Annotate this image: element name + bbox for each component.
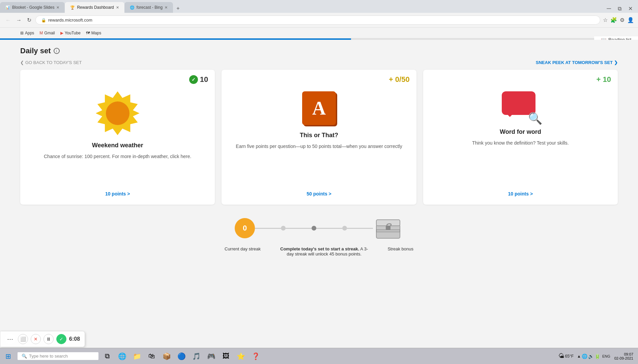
back-link[interactable]: ❮ GO BACK TO TODAY'S SET — [20, 60, 82, 65]
apps-label: Apps — [25, 31, 34, 35]
taskbar-app-store[interactable]: 🛍 — [144, 349, 159, 364]
bookmark-apps[interactable]: ⊞ Apps — [20, 31, 34, 35]
media-more-button[interactable]: ⋯ — [5, 334, 15, 344]
tab-rewards[interactable]: 🏆 Rewards Dashboard ✕ — [65, 2, 124, 13]
taskbar-date: 02-09-2021 — [614, 356, 633, 360]
extensions-icon[interactable]: 🧩 — [610, 17, 617, 23]
streak-current-circle: 0 — [235, 218, 255, 238]
card-this-desc: Earn five points per question—up to 50 p… — [236, 143, 402, 150]
forward-link-text: SNEAK PEEK AT TOMORROW'S SET — [536, 60, 613, 65]
media-close-button[interactable]: ✕ — [31, 334, 41, 344]
streak-label-current: Current day streak — [225, 246, 261, 256]
taskbar-app-help[interactable]: ❓ — [248, 349, 263, 364]
taskbar-app-amazon[interactable]: 📦 — [159, 349, 174, 364]
taskbar-app-3[interactable]: 🖼 — [219, 349, 233, 364]
back-button[interactable]: ← — [4, 16, 12, 25]
profile-icon[interactable]: 👤 — [627, 17, 634, 23]
card-word-desc: Think you know the definition? Test your… — [472, 140, 569, 147]
bookmarks-bar: ⊞ Apps M Gmail ▶ YouTube 🗺 Maps — [0, 28, 638, 38]
streak-dot-2 — [312, 226, 316, 231]
bookmark-gmail[interactable]: M Gmail — [39, 31, 55, 35]
taskbar-app-explorer[interactable]: 📁 — [129, 349, 144, 364]
page-content: Daily set i ❮ GO BACK TO TODAY'S SET SNE… — [0, 40, 638, 364]
bookmark-youtube[interactable]: ▶ YouTube — [60, 31, 81, 35]
taskbar-app-taskview[interactable]: ⧉ — [100, 349, 115, 364]
apps-icon: ⊞ — [20, 31, 24, 35]
taskbar-weather-icon: 🌤 — [558, 353, 564, 360]
cards-row: ✓ 10 Weekend weather Chance of sunrise: … — [20, 70, 618, 205]
card-word-score: + 10 — [597, 75, 611, 84]
card-this-or-that: + 0/50 A This or That? Earn five points … — [222, 70, 416, 205]
media-check-button[interactable]: ✓ — [56, 334, 66, 344]
card-word: + 10 🔍 Word for word Think you know the … — [423, 70, 618, 205]
taskbar-app-2[interactable]: 🎮 — [204, 349, 219, 364]
tab-close-rewards[interactable]: ✕ — [116, 5, 119, 10]
taskbar-network-icon: 🌐 — [582, 354, 587, 359]
taskbar-app-chrome[interactable]: 🔵 — [174, 349, 189, 364]
card-word-score-value: + 10 — [597, 75, 611, 84]
forward-link[interactable]: SNEAK PEEK AT TOMORROW'S SET ❯ — [536, 60, 618, 65]
card-this-link[interactable]: 50 points > — [307, 184, 331, 196]
taskbar-clock[interactable]: 09:07 02-09-2021 — [612, 352, 635, 360]
gmail-label: Gmail — [44, 31, 55, 35]
new-tab-button[interactable]: + — [173, 4, 183, 13]
tab-title-blooket: Blooket - Google Slides — [12, 5, 54, 10]
tab-favicon-blooket: 📊 — [5, 5, 10, 10]
card-this-image: A — [302, 91, 336, 125]
taskbar-app-edge[interactable]: 🌐 — [115, 349, 129, 364]
taskbar-app-4[interactable]: ⭐ — [233, 349, 248, 364]
taskbar: ⊞ 🔍 Type here to search ⧉ 🌐 📁 🛍 📦 🔵 🎵 🎮 … — [0, 348, 638, 364]
media-screen-button[interactable]: ⬜ — [18, 334, 28, 344]
card-weather-desc: Chance of sunrise: 100 percent. For more… — [44, 153, 191, 160]
tab-favicon-forecast: 🌐 — [130, 5, 135, 10]
tab-close-forecast[interactable]: ✕ — [165, 5, 168, 10]
browser-chrome: 📊 Blooket - Google Slides ✕ 🏆 Rewards Da… — [0, 0, 638, 40]
address-bar[interactable]: 🔒 rewards.microsoft.com — [35, 16, 600, 25]
streak-current-value: 0 — [243, 224, 247, 233]
tab-close-blooket[interactable]: ✕ — [56, 5, 59, 10]
streak-line-3 — [316, 228, 342, 229]
star-icon[interactable]: ☆ — [603, 17, 608, 23]
streak-line-4 — [347, 228, 373, 229]
close-window-button[interactable]: ✕ — [626, 5, 635, 12]
taskbar-search-box[interactable]: 🔍 Type here to search — [18, 352, 98, 360]
taskbar-volume-icon[interactable]: 🔊 — [588, 354, 594, 359]
card-word-link[interactable]: 10 points > — [508, 184, 533, 196]
forward-chevron-icon: ❯ — [614, 60, 618, 65]
card-weather-title: Weekend weather — [92, 142, 143, 149]
streak-labels: Current day streak Complete today's set … — [225, 246, 413, 256]
tab-blooket[interactable]: 📊 Blooket - Google Slides ✕ — [0, 2, 65, 13]
card-this-score: + 0/50 — [389, 75, 410, 84]
minimize-button[interactable]: ─ — [604, 4, 614, 13]
streak-bonus-label: Streak bonus — [387, 246, 413, 251]
lock-icon: 🔒 — [41, 18, 46, 23]
streak-dot-1 — [281, 226, 286, 231]
restore-button[interactable]: ⧉ — [615, 5, 624, 12]
info-icon[interactable]: i — [54, 48, 60, 54]
youtube-label: YouTube — [65, 31, 81, 35]
tab-bar: 📊 Blooket - Google Slides ✕ 🏆 Rewards Da… — [0, 0, 638, 13]
streak-label-bonus: Streak bonus — [387, 246, 413, 256]
taskbar-up-icon[interactable]: ▲ — [577, 354, 581, 359]
media-controls-bar: ⋯ ⬜ ✕ ⏸ ✓ 6:08 — [0, 331, 85, 347]
forward-button[interactable]: → — [15, 16, 23, 25]
tab-forecast[interactable]: 🌐 forecast - Bing ✕ — [124, 2, 173, 13]
taskbar-time: 09:07 — [624, 352, 633, 356]
card-weather: ✓ 10 Weekend weather Chance of sunrise: … — [20, 70, 215, 205]
tab-title-forecast: forecast - Bing — [137, 5, 163, 10]
settings-icon[interactable]: ⚙ — [620, 17, 625, 23]
taskbar-app-spotify[interactable]: 🎵 — [189, 349, 204, 364]
streak-line-1 — [255, 228, 281, 229]
media-pause-button[interactable]: ⏸ — [44, 334, 54, 344]
refresh-button[interactable]: ↻ — [26, 16, 33, 25]
card-weather-link[interactable]: 10 points > — [105, 184, 130, 196]
card-word-image: 🔍 — [502, 91, 539, 122]
nav-links: ❮ GO BACK TO TODAY'S SET SNEAK PEEK AT T… — [20, 60, 618, 65]
start-button[interactable]: ⊞ — [0, 348, 16, 364]
windows-icon: ⊞ — [5, 352, 11, 360]
bookmark-maps[interactable]: 🗺 Maps — [86, 31, 101, 35]
streak-section: 0 — [20, 215, 618, 256]
card-this-score-value: + 0/50 — [389, 75, 410, 84]
streak-current-label: Current day streak — [225, 246, 261, 251]
media-timer: 6:08 — [69, 336, 80, 342]
